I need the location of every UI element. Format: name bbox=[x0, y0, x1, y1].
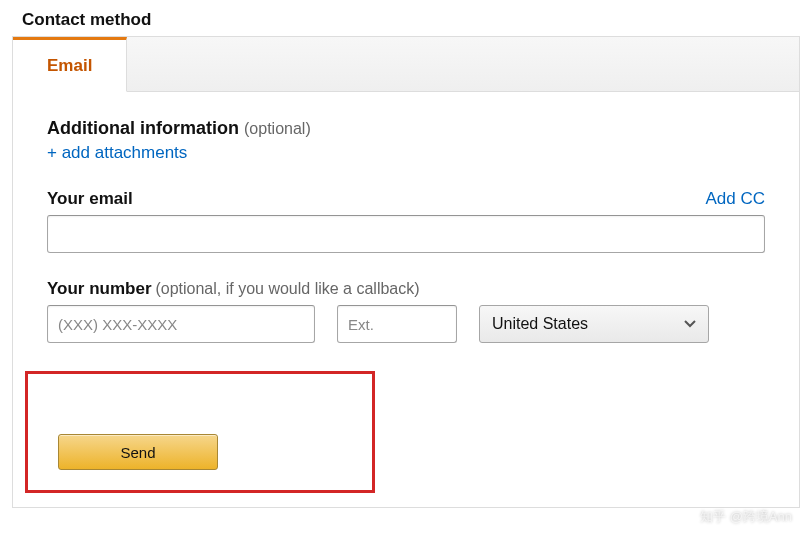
phone-input[interactable] bbox=[47, 305, 315, 343]
send-button[interactable]: Send bbox=[58, 434, 218, 470]
country-select[interactable]: United States bbox=[479, 305, 709, 343]
contact-panel: Email Additional information (optional) … bbox=[12, 36, 800, 508]
form-body: Additional information (optional) + add … bbox=[13, 92, 799, 507]
number-field-row: Your number (optional, if you would like… bbox=[47, 279, 765, 343]
chevron-down-icon bbox=[684, 318, 696, 330]
additional-info-label-bold: Additional information bbox=[47, 118, 239, 138]
ext-input[interactable] bbox=[337, 305, 457, 343]
email-field-row: Your email Add CC bbox=[47, 189, 765, 253]
tabs-bar: Email bbox=[13, 37, 799, 92]
email-label: Your email bbox=[47, 189, 133, 209]
add-attachments-link[interactable]: + add attachments bbox=[47, 143, 765, 163]
additional-info-label: Additional information (optional) bbox=[47, 118, 765, 139]
number-hint: (optional, if you would like a callback) bbox=[155, 280, 419, 297]
watermark: 知乎 @跨境Ann bbox=[700, 508, 792, 526]
add-cc-link[interactable]: Add CC bbox=[705, 189, 765, 209]
additional-info-optional: (optional) bbox=[244, 120, 311, 137]
email-input[interactable] bbox=[47, 215, 765, 253]
tab-email[interactable]: Email bbox=[13, 37, 127, 92]
country-selected-value: United States bbox=[492, 315, 588, 333]
number-label: Your number bbox=[47, 279, 152, 298]
highlight-box: Send bbox=[25, 371, 375, 493]
section-title: Contact method bbox=[12, 10, 800, 30]
